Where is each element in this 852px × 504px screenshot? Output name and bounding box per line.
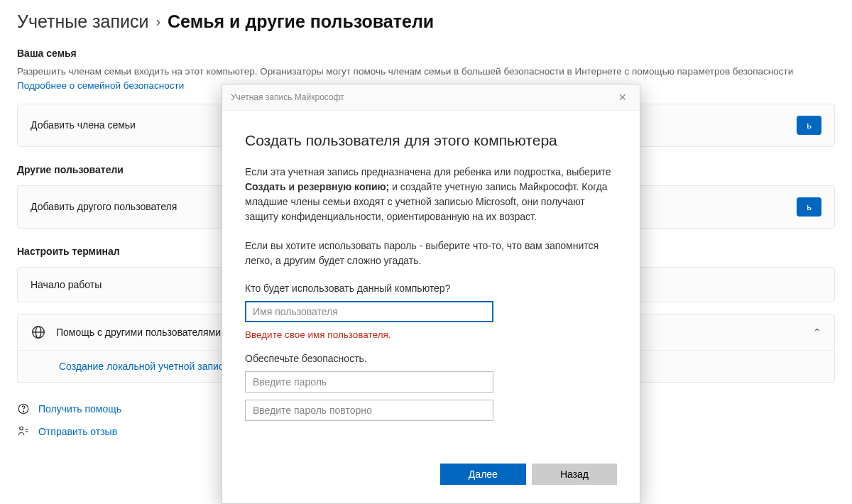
family-section-title: Ваша семья (17, 48, 835, 59)
feedback-icon (17, 425, 30, 438)
add-family-member-label: Добавить члена семьи (31, 119, 136, 131)
chevron-up-icon: ⌃ (813, 327, 821, 338)
next-button[interactable]: Далее (440, 464, 526, 485)
globe-icon (31, 324, 46, 340)
dialog-paragraph-1: Если эта учетная запись предназначена дл… (245, 165, 617, 224)
svg-point-4 (23, 411, 23, 412)
svg-point-5 (20, 427, 23, 430)
username-input[interactable] (245, 301, 493, 322)
terminal-label: Начало работы (31, 279, 102, 290)
password-confirm-input[interactable] (245, 400, 493, 421)
family-safety-link[interactable]: Подробнее о семейной безопасности (17, 80, 184, 91)
chevron-right-icon: › (155, 13, 160, 30)
username-error: Введите свое имя пользователя. (245, 329, 617, 340)
breadcrumb-current: Семья и другие пользователи (168, 11, 434, 32)
security-label: Обеспечьте безопасность. (245, 353, 617, 364)
microsoft-account-dialog: Учетная запись Майкрософт ✕ Создать поль… (222, 84, 640, 504)
dialog-titlebar: Учетная запись Майкрософт ✕ (222, 84, 640, 111)
add-family-member-button[interactable]: ь (797, 116, 821, 135)
back-button[interactable]: Назад (532, 464, 617, 485)
dialog-paragraph-2: Если вы хотите использовать пароль - выб… (245, 239, 617, 268)
dialog-heading: Создать пользователя для этого компьютер… (245, 132, 617, 149)
breadcrumb: Учетные записи › Семья и другие пользова… (17, 11, 835, 32)
related-help-label: Помощь с другими пользователями (56, 327, 221, 338)
add-other-user-label: Добавить другого пользователя (31, 201, 177, 212)
username-label: Кто будет использовать данный компьютер? (245, 283, 617, 294)
add-other-user-button[interactable]: ь (797, 197, 821, 217)
breadcrumb-parent[interactable]: Учетные записи (17, 11, 148, 32)
help-icon (17, 402, 30, 415)
close-icon[interactable]: ✕ (614, 90, 631, 104)
password-input[interactable] (245, 371, 493, 393)
create-local-account-link[interactable]: Создание локальной учетной записи п (59, 361, 237, 372)
dialog-title: Учетная запись Майкрософт (231, 92, 344, 102)
